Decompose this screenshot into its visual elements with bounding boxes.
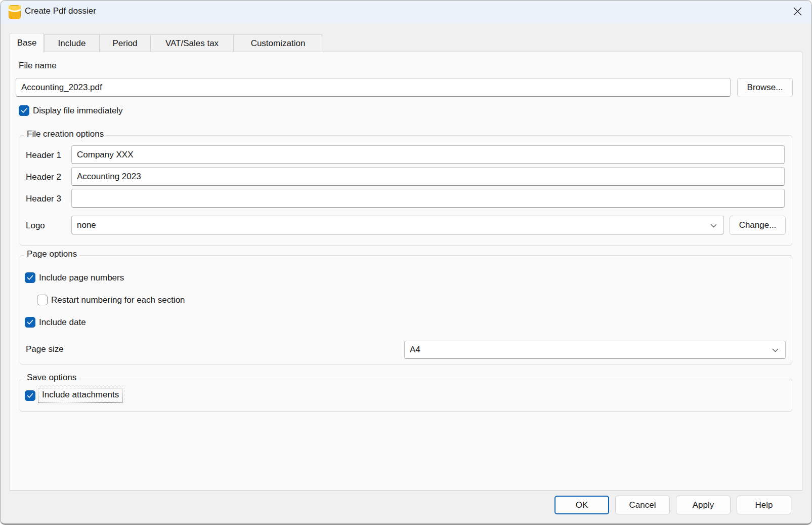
- apply-button[interactable]: Apply: [676, 496, 731, 514]
- pdf-dossier-icon: [9, 5, 21, 19]
- change-button-label: Change...: [739, 220, 777, 230]
- page-size-select-value: A4: [410, 345, 420, 355]
- dialog-window: Create Pdf dossier Base Include Period V…: [0, 0, 812, 525]
- title-bar: Create Pdf dossier: [1, 1, 811, 24]
- include-attachments-label[interactable]: Include attachments: [38, 388, 123, 402]
- tab-include[interactable]: Include: [44, 34, 100, 52]
- tab-base[interactable]: Base: [10, 33, 44, 53]
- help-button[interactable]: Help: [737, 496, 791, 514]
- chevron-down-icon: [710, 220, 717, 230]
- page-size-label: Page size: [26, 343, 64, 355]
- header1-input[interactable]: [71, 145, 785, 164]
- logo-select[interactable]: none: [71, 216, 724, 234]
- page-size-select[interactable]: A4: [404, 341, 786, 359]
- check-icon: [27, 319, 33, 325]
- logo-select-value: none: [77, 220, 96, 230]
- change-button[interactable]: Change...: [730, 216, 786, 235]
- browse-button-label: Browse...: [747, 83, 783, 93]
- header2-input[interactable]: [71, 167, 785, 186]
- window-title: Create Pdf dossier: [25, 6, 96, 16]
- tab-customization-label: Customization: [251, 38, 306, 49]
- tab-vat-sales-tax[interactable]: VAT/Sales tax: [150, 34, 234, 52]
- apply-button-label: Apply: [693, 500, 714, 510]
- browse-button[interactable]: Browse...: [737, 78, 793, 97]
- close-icon: [793, 7, 802, 18]
- save-options-legend: Save options: [24, 373, 79, 383]
- tab-base-label: Base: [17, 38, 37, 48]
- page-options-legend: Page options: [24, 249, 79, 259]
- save-options-group: Save options: [20, 379, 792, 412]
- header2-label: Header 2: [26, 171, 61, 183]
- check-icon: [27, 275, 33, 280]
- header3-label: Header 3: [26, 193, 61, 205]
- include-date-checkbox[interactable]: [25, 317, 35, 328]
- logo-label: Logo: [26, 220, 45, 231]
- cancel-button[interactable]: Cancel: [615, 496, 670, 514]
- ok-button-label: OK: [576, 500, 588, 510]
- file-creation-options-legend: File creation options: [24, 129, 106, 139]
- cancel-button-label: Cancel: [629, 500, 656, 510]
- tab-include-label: Include: [58, 38, 86, 49]
- file-name-input[interactable]: [16, 78, 731, 97]
- tab-period[interactable]: Period: [100, 34, 150, 52]
- file-name-label: File name: [19, 60, 57, 71]
- ok-button[interactable]: OK: [554, 496, 609, 514]
- include-page-numbers-checkbox[interactable]: [25, 272, 35, 283]
- include-date-label: Include date: [39, 316, 86, 328]
- tab-period-label: Period: [112, 38, 137, 49]
- check-icon: [27, 393, 33, 398]
- include-attachments-checkbox[interactable]: [25, 390, 35, 401]
- display-file-checkbox[interactable]: [19, 105, 29, 116]
- chevron-down-icon: [772, 345, 779, 355]
- restart-numbering-checkbox[interactable]: [37, 295, 48, 305]
- tab-customization[interactable]: Customization: [234, 34, 322, 52]
- header3-input[interactable]: [71, 189, 785, 208]
- include-page-numbers-label: Include page numbers: [39, 272, 124, 284]
- tab-vat-label: VAT/Sales tax: [165, 38, 219, 49]
- help-button-label: Help: [755, 500, 773, 510]
- header1-label: Header 1: [26, 149, 61, 161]
- display-file-label: Display file immediately: [33, 105, 123, 116]
- restart-numbering-label: Restart numbering for each section: [51, 294, 185, 306]
- close-button[interactable]: [785, 1, 809, 24]
- check-icon: [21, 108, 27, 113]
